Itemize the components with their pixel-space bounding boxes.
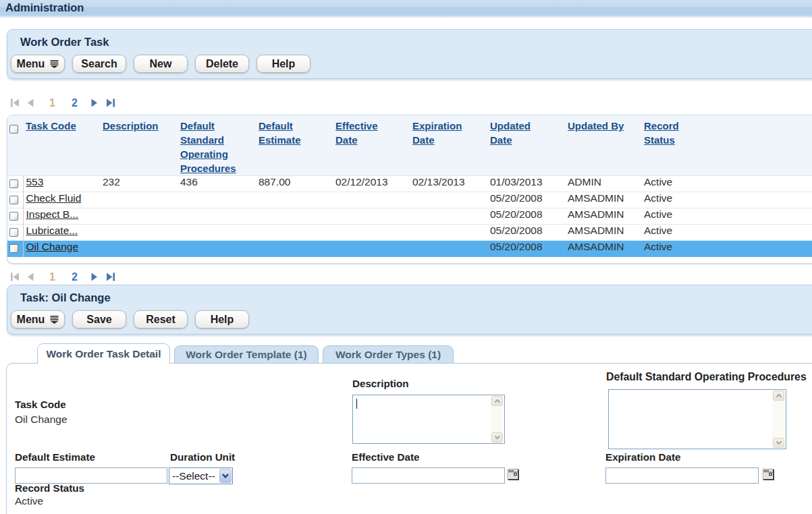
menu-button[interactable]: Menu [11, 310, 65, 329]
cell-default-estimate: 887.00 [256, 176, 333, 192]
scroll-down-button[interactable] [491, 432, 503, 442]
sort-task-code-link[interactable]: Task Code [26, 120, 76, 132]
sort-record-status-link[interactable]: RecordStatus [644, 120, 679, 146]
table-row-check-fluid[interactable]: Check Fluid 05/20/2008 AMSADMIN Active [7, 192, 812, 208]
first-page-icon [11, 98, 19, 107]
row-checkbox[interactable] [9, 228, 18, 237]
task-code-link[interactable]: Lubricate... [26, 225, 78, 236]
scroll-up-button[interactable] [491, 396, 503, 406]
row-checkbox-cell [7, 192, 23, 208]
page-number-2-link[interactable]: 2 [72, 271, 78, 283]
page: Administration Work Order Task Menu Sear… [0, 0, 812, 514]
save-button[interactable]: Save [72, 310, 126, 329]
last-page-icon[interactable] [107, 98, 115, 107]
expiration-date-calendar-icon[interactable] [763, 469, 774, 480]
cell-updated-date: 05/20/2008 [487, 225, 565, 241]
default-estimate-input[interactable] [15, 467, 167, 484]
record-status-value: Active [15, 496, 43, 507]
cell-record-status: Active [641, 241, 812, 257]
cell-effective-date [333, 225, 410, 241]
sop-textarea[interactable] [608, 389, 786, 449]
page-title: Administration [5, 1, 84, 14]
tab-work-order-task-detail[interactable]: Work Order Task Detail [37, 343, 170, 364]
scroll-down-button[interactable] [773, 438, 784, 448]
record-status-label: Record Status [15, 483, 84, 494]
column-header-effective-date: EffectiveDate [333, 115, 410, 176]
row-checkbox-cell [7, 176, 23, 192]
cell-record-status: Active [641, 192, 812, 208]
task-code-link[interactable]: Oil Change [26, 241, 79, 252]
cell-task-code: Check Fluid [23, 192, 100, 208]
sort-description-link[interactable]: Description [103, 120, 159, 132]
row-checkbox[interactable] [9, 244, 18, 253]
menu-caret-icon [50, 314, 59, 326]
column-header-default-estimate: DefaultEstimate [256, 115, 333, 176]
previous-page-icon [27, 273, 34, 281]
table-row-inspect-b[interactable]: Inspect B... 05/20/2008 AMSADMIN Active [7, 208, 812, 225]
cell-expiration-date [410, 192, 487, 208]
cell-description [100, 192, 178, 208]
sort-default-estimate-link[interactable]: DefaultEstimate [259, 120, 301, 146]
cell-default-estimate [256, 192, 333, 208]
search-button[interactable]: Search [72, 55, 126, 73]
table-row-oil-change[interactable]: Oil Change 05/20/2008 AMSADMIN Active [7, 241, 812, 257]
effective-date-calendar-icon[interactable] [508, 469, 519, 480]
row-checkbox-cell [7, 225, 23, 241]
row-checkbox[interactable] [9, 212, 18, 221]
table-row-553[interactable]: 553 232 436 887.00 02/12/2013 02/13/2013… [7, 176, 812, 192]
row-checkbox[interactable] [9, 196, 18, 204]
help-button[interactable]: Help [195, 310, 249, 329]
row-checkbox[interactable] [9, 179, 18, 188]
sort-updated-date-link[interactable]: UpdatedDate [490, 120, 531, 146]
duration-unit-select[interactable]: --Select-- [169, 467, 233, 484]
select-all-checkbox[interactable] [9, 125, 18, 134]
description-scrollbar [491, 396, 504, 442]
last-page-icon[interactable] [107, 273, 115, 281]
expiration-date-input[interactable] [605, 467, 759, 484]
sop-label: Default Standard Operating Procedures [606, 372, 807, 382]
cell-updated-date: 05/20/2008 [487, 192, 565, 208]
next-page-icon[interactable] [91, 98, 98, 107]
cell-record-status: Active [641, 208, 812, 225]
cell-description [100, 241, 178, 257]
default-estimate-label: Default Estimate [15, 452, 95, 463]
column-header-expiration-date: ExpirationDate [410, 115, 487, 176]
help-button[interactable]: Help [256, 55, 310, 73]
effective-date-input[interactable] [352, 467, 505, 484]
sort-sop-link[interactable]: DefaultStandardOperatingProcedures [180, 120, 236, 174]
pager-top: 1 2 [11, 97, 115, 109]
menu-button[interactable]: Menu [11, 55, 65, 73]
tab-work-order-types[interactable]: Work Order Types (1) [323, 345, 454, 363]
page-number-2-link[interactable]: 2 [72, 97, 78, 109]
task-code-link[interactable]: Inspect B... [26, 208, 79, 220]
description-textarea[interactable] [352, 395, 505, 444]
task-code-value: Oil Change [15, 414, 67, 425]
sort-expiration-date-link[interactable]: ExpirationDate [412, 120, 462, 146]
cell-description: 232 [100, 176, 178, 192]
cell-updated-date: 01/03/2013 [487, 176, 565, 192]
task-code-label: Task Code [15, 399, 66, 410]
previous-page-icon [27, 98, 34, 107]
cell-sop [178, 192, 256, 208]
cell-updated-date: 05/20/2008 [487, 241, 565, 257]
menu-button-label: Menu [17, 58, 45, 70]
cell-expiration-date [410, 208, 487, 225]
cell-sop [178, 241, 256, 257]
scroll-up-button[interactable] [773, 391, 784, 401]
column-header-sop: DefaultStandardOperatingProcedures [178, 115, 256, 176]
tab-work-order-template[interactable]: Work Order Template (1) [174, 345, 319, 363]
task-code-link[interactable]: 553 [26, 176, 44, 188]
sort-effective-date-link[interactable]: EffectiveDate [335, 120, 378, 146]
cell-task-code: Oil Change [23, 241, 100, 257]
table-row-lubricate[interactable]: Lubricate... 05/20/2008 AMSADMIN Active [7, 225, 812, 241]
reset-button[interactable]: Reset [134, 310, 188, 329]
task-code-link[interactable]: Check Fluid [26, 192, 82, 204]
delete-button[interactable]: Delete [195, 55, 249, 73]
new-button[interactable]: New [134, 55, 188, 73]
cell-default-estimate [256, 241, 333, 257]
column-header-description: Description [100, 115, 178, 176]
cell-task-code: Lubricate... [23, 225, 100, 241]
sort-updated-by-link[interactable]: Updated By [568, 120, 624, 132]
duration-unit-label: Duration Unit [170, 452, 235, 463]
next-page-icon[interactable] [91, 273, 98, 281]
